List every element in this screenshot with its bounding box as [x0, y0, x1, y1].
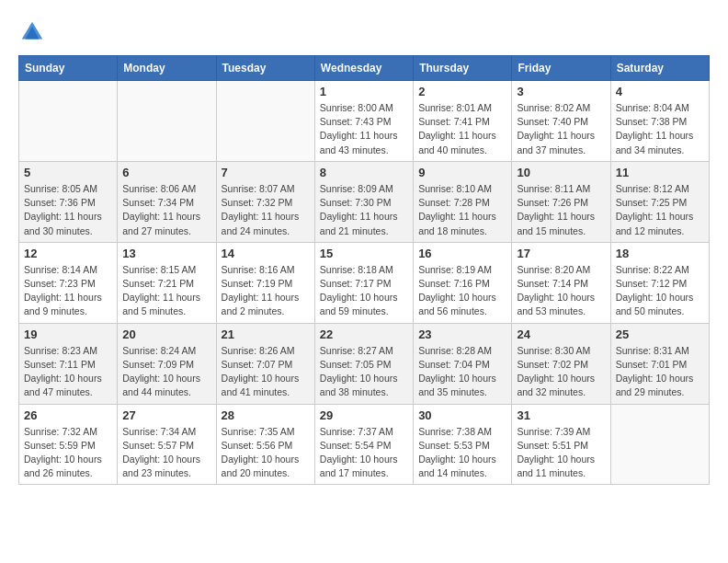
- day-info: Sunrise: 8:24 AMSunset: 7:09 PMDaylight:…: [122, 344, 210, 400]
- day-info: Sunrise: 8:18 AMSunset: 7:17 PMDaylight:…: [320, 263, 408, 319]
- calendar-cell: 19Sunrise: 8:23 AMSunset: 7:11 PMDayligh…: [19, 323, 118, 404]
- calendar-week-4: 19Sunrise: 8:23 AMSunset: 7:11 PMDayligh…: [19, 323, 710, 404]
- day-number: 7: [222, 166, 310, 179]
- calendar-cell: 1Sunrise: 8:00 AMSunset: 7:43 PMDaylight…: [314, 81, 413, 162]
- calendar-cell: 29Sunrise: 7:37 AMSunset: 5:54 PMDayligh…: [314, 404, 413, 485]
- day-number: 15: [320, 247, 408, 260]
- calendar-cell: 4Sunrise: 8:04 AMSunset: 7:38 PMDaylight…: [610, 81, 709, 162]
- day-number: 24: [517, 327, 605, 341]
- calendar-cell: 26Sunrise: 7:32 AMSunset: 5:59 PMDayligh…: [19, 404, 118, 485]
- day-number: 6: [122, 166, 210, 179]
- day-info: Sunrise: 7:38 AMSunset: 5:53 PMDaylight:…: [418, 425, 506, 481]
- column-header-tuesday: Tuesday: [216, 56, 314, 81]
- calendar-cell: 24Sunrise: 8:30 AMSunset: 7:02 PMDayligh…: [512, 323, 610, 404]
- day-number: 14: [222, 247, 310, 260]
- day-info: Sunrise: 8:23 AMSunset: 7:11 PMDaylight:…: [24, 344, 112, 400]
- calendar-cell: [19, 81, 118, 162]
- day-info: Sunrise: 8:07 AMSunset: 7:32 PMDaylight:…: [222, 182, 310, 238]
- column-header-thursday: Thursday: [414, 56, 512, 81]
- calendar-cell: 16Sunrise: 8:19 AMSunset: 7:16 PMDayligh…: [414, 242, 512, 323]
- day-number: 13: [122, 247, 210, 260]
- calendar-week-2: 5Sunrise: 8:05 AMSunset: 7:36 PMDaylight…: [19, 161, 710, 242]
- day-info: Sunrise: 8:27 AMSunset: 7:05 PMDaylight:…: [320, 344, 408, 400]
- calendar-cell: 3Sunrise: 8:02 AMSunset: 7:40 PMDaylight…: [512, 81, 610, 162]
- calendar-header-row: SundayMondayTuesdayWednesdayThursdayFrid…: [19, 56, 710, 81]
- calendar-cell: 12Sunrise: 8:14 AMSunset: 7:23 PMDayligh…: [19, 242, 118, 323]
- day-number: 2: [418, 85, 506, 98]
- day-info: Sunrise: 7:39 AMSunset: 5:51 PMDaylight:…: [517, 425, 605, 481]
- calendar-cell: 25Sunrise: 8:31 AMSunset: 7:01 PMDayligh…: [610, 323, 709, 404]
- day-info: Sunrise: 8:04 AMSunset: 7:38 PMDaylight:…: [616, 101, 704, 157]
- calendar-cell: 20Sunrise: 8:24 AMSunset: 7:09 PMDayligh…: [118, 323, 216, 404]
- day-info: Sunrise: 7:35 AMSunset: 5:56 PMDaylight:…: [222, 425, 310, 481]
- calendar-cell: 28Sunrise: 7:35 AMSunset: 5:56 PMDayligh…: [216, 404, 314, 485]
- day-info: Sunrise: 8:05 AMSunset: 7:36 PMDaylight:…: [24, 182, 112, 238]
- day-info: Sunrise: 8:00 AMSunset: 7:43 PMDaylight:…: [320, 101, 408, 157]
- column-header-saturday: Saturday: [610, 56, 709, 81]
- calendar-cell: 9Sunrise: 8:10 AMSunset: 7:28 PMDaylight…: [414, 161, 512, 242]
- day-info: Sunrise: 7:34 AMSunset: 5:57 PMDaylight:…: [122, 425, 210, 481]
- calendar-cell: 7Sunrise: 8:07 AMSunset: 7:32 PMDaylight…: [216, 161, 314, 242]
- day-number: 23: [418, 327, 506, 341]
- day-info: Sunrise: 8:22 AMSunset: 7:12 PMDaylight:…: [616, 263, 704, 319]
- calendar-cell: [118, 81, 216, 162]
- day-number: 9: [418, 166, 506, 179]
- day-number: 11: [616, 166, 704, 179]
- day-info: Sunrise: 8:14 AMSunset: 7:23 PMDaylight:…: [24, 263, 112, 319]
- day-number: 30: [418, 408, 506, 422]
- day-number: 21: [222, 327, 310, 341]
- day-number: 25: [616, 327, 704, 341]
- day-number: 4: [616, 85, 704, 98]
- day-number: 19: [24, 327, 112, 341]
- logo: [18, 18, 50, 46]
- calendar-cell: 14Sunrise: 8:16 AMSunset: 7:19 PMDayligh…: [216, 242, 314, 323]
- calendar-cell: [216, 81, 314, 162]
- day-info: Sunrise: 8:11 AMSunset: 7:26 PMDaylight:…: [517, 182, 605, 238]
- day-info: Sunrise: 8:16 AMSunset: 7:19 PMDaylight:…: [222, 263, 310, 319]
- calendar-cell: 23Sunrise: 8:28 AMSunset: 7:04 PMDayligh…: [414, 323, 512, 404]
- day-info: Sunrise: 8:09 AMSunset: 7:30 PMDaylight:…: [320, 182, 408, 238]
- column-header-wednesday: Wednesday: [314, 56, 413, 81]
- day-info: Sunrise: 8:20 AMSunset: 7:14 PMDaylight:…: [517, 263, 605, 319]
- calendar-cell: 10Sunrise: 8:11 AMSunset: 7:26 PMDayligh…: [512, 161, 610, 242]
- calendar-cell: 13Sunrise: 8:15 AMSunset: 7:21 PMDayligh…: [118, 242, 216, 323]
- day-info: Sunrise: 8:30 AMSunset: 7:02 PMDaylight:…: [517, 344, 605, 400]
- calendar-week-5: 26Sunrise: 7:32 AMSunset: 5:59 PMDayligh…: [19, 404, 710, 485]
- calendar-cell: 17Sunrise: 8:20 AMSunset: 7:14 PMDayligh…: [512, 242, 610, 323]
- day-number: 1: [320, 85, 408, 98]
- calendar-cell: [610, 404, 709, 485]
- calendar-table: SundayMondayTuesdayWednesdayThursdayFrid…: [18, 55, 710, 485]
- day-info: Sunrise: 8:26 AMSunset: 7:07 PMDaylight:…: [222, 344, 310, 400]
- calendar-body: 1Sunrise: 8:00 AMSunset: 7:43 PMDaylight…: [19, 81, 710, 485]
- calendar-cell: 22Sunrise: 8:27 AMSunset: 7:05 PMDayligh…: [314, 323, 413, 404]
- day-info: Sunrise: 8:31 AMSunset: 7:01 PMDaylight:…: [616, 344, 704, 400]
- day-info: Sunrise: 8:19 AMSunset: 7:16 PMDaylight:…: [418, 263, 506, 319]
- calendar-cell: 15Sunrise: 8:18 AMSunset: 7:17 PMDayligh…: [314, 242, 413, 323]
- calendar-cell: 27Sunrise: 7:34 AMSunset: 5:57 PMDayligh…: [118, 404, 216, 485]
- day-info: Sunrise: 7:37 AMSunset: 5:54 PMDaylight:…: [320, 425, 408, 481]
- day-number: 29: [320, 408, 408, 422]
- calendar-cell: 8Sunrise: 8:09 AMSunset: 7:30 PMDaylight…: [314, 161, 413, 242]
- day-info: Sunrise: 8:12 AMSunset: 7:25 PMDaylight:…: [616, 182, 704, 238]
- day-number: 3: [517, 85, 605, 98]
- calendar-cell: 2Sunrise: 8:01 AMSunset: 7:41 PMDaylight…: [414, 81, 512, 162]
- day-number: 28: [222, 408, 310, 422]
- calendar-cell: 6Sunrise: 8:06 AMSunset: 7:34 PMDaylight…: [118, 161, 216, 242]
- day-number: 31: [517, 408, 605, 422]
- calendar-cell: 31Sunrise: 7:39 AMSunset: 5:51 PMDayligh…: [512, 404, 610, 485]
- calendar-cell: 18Sunrise: 8:22 AMSunset: 7:12 PMDayligh…: [610, 242, 709, 323]
- day-info: Sunrise: 8:01 AMSunset: 7:41 PMDaylight:…: [418, 101, 506, 157]
- day-number: 27: [122, 408, 210, 422]
- calendar-week-3: 12Sunrise: 8:14 AMSunset: 7:23 PMDayligh…: [19, 242, 710, 323]
- day-number: 20: [122, 327, 210, 341]
- day-info: Sunrise: 8:02 AMSunset: 7:40 PMDaylight:…: [517, 101, 605, 157]
- logo-icon: [18, 18, 46, 46]
- column-header-sunday: Sunday: [19, 56, 118, 81]
- day-info: Sunrise: 8:15 AMSunset: 7:21 PMDaylight:…: [122, 263, 210, 319]
- day-number: 12: [24, 247, 112, 260]
- calendar-cell: 5Sunrise: 8:05 AMSunset: 7:36 PMDaylight…: [19, 161, 118, 242]
- calendar-cell: 30Sunrise: 7:38 AMSunset: 5:53 PMDayligh…: [414, 404, 512, 485]
- day-number: 17: [517, 247, 605, 260]
- day-number: 5: [24, 166, 112, 179]
- day-number: 18: [616, 247, 704, 260]
